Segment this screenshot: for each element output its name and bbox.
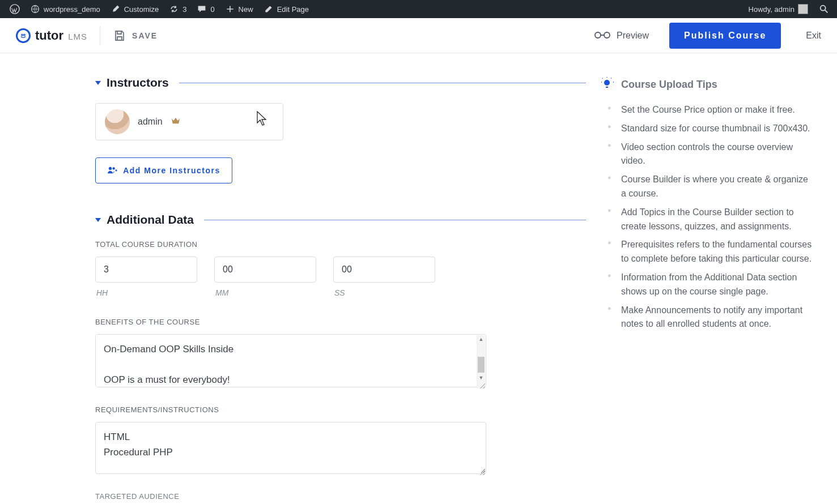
tip-item: Prerequisites refers to the fundamental … bbox=[619, 238, 815, 266]
svg-point-4 bbox=[24, 34, 26, 36]
tips-head: Course Upload Tips bbox=[600, 76, 815, 93]
svg-point-7 bbox=[109, 166, 112, 169]
caret-down-icon bbox=[95, 81, 101, 85]
add-instructors-label: Add More Instructors bbox=[123, 166, 220, 175]
glasses-icon bbox=[594, 30, 611, 41]
duration-label: TOTAL COURSE DURATION bbox=[95, 240, 586, 249]
separator bbox=[100, 26, 100, 45]
edit-page-text: Edit Page bbox=[277, 5, 309, 14]
resize-grip-icon[interactable] bbox=[478, 382, 485, 388]
scroll-down-arrow-icon[interactable]: ▼ bbox=[477, 374, 485, 382]
publish-label: Publish Course bbox=[684, 31, 766, 40]
tutor-lms-brand[interactable]: tutor LMS bbox=[16, 28, 87, 43]
publish-course-button[interactable]: Publish Course bbox=[669, 23, 781, 49]
tips-list: Set the Course Price option or make it f… bbox=[600, 103, 815, 331]
additional-data-heading: Additional Data bbox=[107, 213, 194, 227]
targeted-audience-label: TARGETED AUDIENCE bbox=[95, 492, 586, 501]
hh-hint: HH bbox=[95, 288, 197, 297]
search-toggle[interactable] bbox=[815, 0, 832, 18]
users-plus-icon bbox=[107, 166, 117, 176]
scrollbar[interactable]: ▲ ▼ bbox=[477, 335, 485, 388]
right-column: Course Upload Tips Set the Course Price … bbox=[600, 76, 815, 501]
svg-point-3 bbox=[22, 34, 23, 36]
preview-button[interactable]: Preview bbox=[586, 30, 657, 41]
ss-hint: SS bbox=[333, 288, 435, 297]
cursor-pointer-icon bbox=[256, 110, 268, 130]
duration-hints: HH MM SS bbox=[95, 288, 586, 297]
howdy-link[interactable]: Howdy, admin bbox=[743, 0, 813, 18]
plus-icon bbox=[225, 4, 235, 14]
svg-point-2 bbox=[821, 6, 826, 11]
svg-point-5 bbox=[595, 32, 601, 38]
duration-mm-input[interactable] bbox=[214, 257, 316, 283]
tutor-logo-icon bbox=[16, 28, 31, 43]
benefits-label: BENEFITS OF THE COURSE bbox=[95, 318, 586, 326]
svg-point-0 bbox=[10, 5, 19, 14]
requirements-wrap bbox=[95, 422, 486, 476]
instructors-section-head[interactable]: Instructors bbox=[95, 76, 586, 89]
exit-button[interactable]: Exit bbox=[793, 31, 821, 41]
updates-link[interactable]: 3 bbox=[164, 0, 192, 18]
brush-icon bbox=[111, 4, 121, 14]
additional-data-section-head[interactable]: Additional Data bbox=[95, 213, 586, 227]
save-button[interactable]: SAVE bbox=[113, 29, 158, 42]
tip-item: Course Builder is where you create & org… bbox=[619, 173, 815, 201]
scroll-thumb[interactable] bbox=[478, 357, 485, 373]
duration-hh-input[interactable] bbox=[95, 257, 197, 283]
tip-item: Video section controls the course overvi… bbox=[619, 140, 815, 169]
site-name-link[interactable]: wordpress_demo bbox=[25, 0, 105, 18]
edit-page-link[interactable]: Edit Page bbox=[258, 0, 314, 18]
site-name-text: wordpress_demo bbox=[44, 5, 100, 14]
benefits-wrap: ▲ ▼ bbox=[95, 334, 486, 390]
duration-row bbox=[95, 257, 586, 283]
mm-hint: MM bbox=[214, 288, 316, 297]
svg-point-8 bbox=[113, 167, 115, 169]
duration-ss-input[interactable] bbox=[333, 257, 435, 283]
refresh-icon bbox=[169, 4, 179, 14]
svg-point-9 bbox=[604, 80, 610, 86]
comments-count: 0 bbox=[210, 5, 214, 14]
tips-title: Course Upload Tips bbox=[621, 79, 717, 91]
howdy-text: Howdy, admin bbox=[749, 5, 794, 14]
section-rule bbox=[204, 220, 586, 220]
updates-count: 3 bbox=[182, 5, 186, 14]
instructor-name: admin bbox=[138, 117, 163, 127]
tip-item: Set the Course Price option or make it f… bbox=[619, 103, 815, 117]
save-icon bbox=[113, 29, 126, 42]
exit-label: Exit bbox=[806, 31, 821, 40]
customize-link[interactable]: Customize bbox=[105, 0, 164, 18]
svg-point-6 bbox=[604, 32, 610, 38]
crown-icon bbox=[171, 117, 181, 127]
customize-text: Customize bbox=[124, 5, 159, 14]
tip-item: Standard size for course thumbnail is 70… bbox=[619, 122, 815, 136]
home-icon bbox=[30, 4, 40, 14]
editor-top-bar: tutor LMS SAVE Preview Publish Course Ex… bbox=[0, 18, 837, 53]
main-area: Instructors admin Add More Instructors A… bbox=[0, 53, 837, 501]
tip-item: Add Topics in the Course Builder section… bbox=[619, 206, 815, 234]
instructors-heading: Instructors bbox=[107, 76, 169, 89]
comment-icon bbox=[197, 4, 207, 14]
new-content-link[interactable]: New bbox=[220, 0, 258, 18]
add-more-instructors-button[interactable]: Add More Instructors bbox=[95, 157, 232, 183]
search-icon bbox=[819, 4, 829, 14]
new-text: New bbox=[239, 5, 253, 14]
wordpress-icon bbox=[10, 4, 20, 14]
pencil-icon bbox=[264, 4, 274, 14]
resize-grip-icon[interactable] bbox=[478, 468, 485, 475]
section-rule bbox=[179, 83, 586, 83]
wp-logo-menu[interactable] bbox=[5, 0, 25, 18]
scroll-up-arrow-icon[interactable]: ▲ bbox=[477, 335, 485, 343]
requirements-label: REQUIREMENTS/INSTRUCTIONS bbox=[95, 405, 586, 414]
left-column: Instructors admin Add More Instructors A… bbox=[95, 76, 586, 501]
save-label: SAVE bbox=[132, 31, 158, 40]
wp-admin-bar: wordpress_demo Customize 3 0 New Edit Pa… bbox=[0, 0, 837, 18]
benefits-textarea[interactable] bbox=[95, 334, 486, 387]
instructor-card[interactable]: admin bbox=[95, 103, 283, 140]
avatar-mini-icon bbox=[798, 4, 808, 14]
tip-item: Information from the Additional Data sec… bbox=[619, 271, 815, 299]
caret-down-icon bbox=[95, 218, 101, 222]
comments-link[interactable]: 0 bbox=[192, 0, 219, 18]
avatar bbox=[105, 109, 130, 134]
brand-text: tutor LMS bbox=[35, 28, 87, 43]
requirements-textarea[interactable] bbox=[95, 422, 486, 474]
